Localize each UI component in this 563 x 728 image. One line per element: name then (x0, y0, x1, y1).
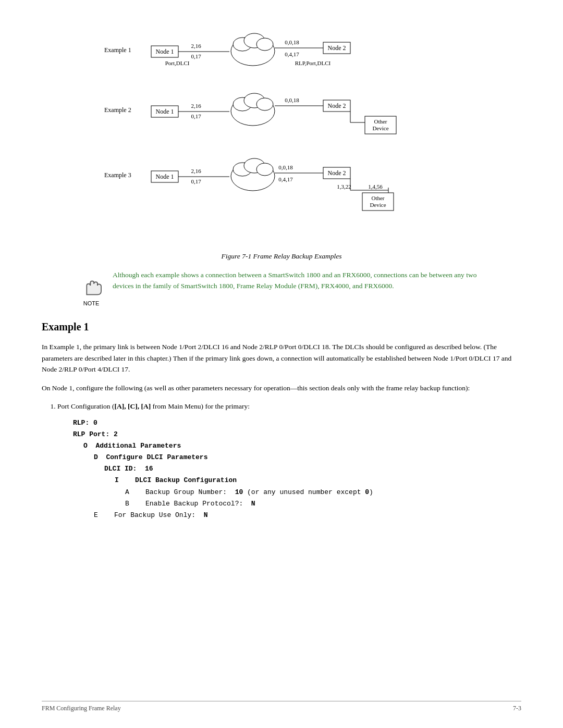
svg-text:Other: Other (374, 118, 387, 125)
diagrams-area: Example 1 Node 1 2,16 0,17 Port,DLCI (42, 21, 521, 247)
example1-list: Port Configuration ([A], [C], [A] from M… (57, 401, 521, 412)
footer-left: FRM Configuring Frame Relay (42, 705, 121, 712)
svg-text:Node 1: Node 1 (156, 173, 174, 180)
svg-text:Node 1: Node 1 (156, 108, 174, 115)
figure-caption: Figure 7-1 Frame Relay Backup Examples (42, 252, 521, 261)
svg-text:2,16: 2,16 (191, 168, 201, 174)
footer-right: 7-3 (513, 705, 521, 712)
svg-text:0,17: 0,17 (191, 113, 201, 119)
svg-point-25 (256, 98, 273, 110)
page: Example 1 Node 1 2,16 0,17 Port,DLCI (0, 0, 563, 728)
code-line-1: RLP: 0 (73, 417, 521, 429)
code-line-3: O Additional Parameters (83, 440, 521, 452)
svg-text:0,4,17: 0,4,17 (285, 51, 299, 57)
note-label-text: NOTE (83, 300, 100, 306)
svg-text:Device: Device (372, 125, 388, 131)
ex1-label: Example 1 (104, 46, 131, 54)
example1-heading: Example 1 (42, 321, 521, 333)
list-item-1: Port Configuration ([A], [C], [A] from M… (57, 401, 521, 412)
note-box: NOTE Although each example shows a conne… (73, 270, 490, 306)
svg-point-9 (256, 38, 273, 51)
svg-text:Node 1: Node 1 (156, 48, 174, 55)
svg-point-44 (256, 163, 273, 176)
svg-text:0,4,17: 0,4,17 (278, 176, 293, 182)
svg-text:RLP,Port,DLCI: RLP,Port,DLCI (295, 60, 331, 66)
svg-text:Other: Other (371, 195, 384, 201)
svg-text:0,17: 0,17 (191, 178, 201, 184)
example1-para1: In Example 1, the primary link is betwee… (42, 341, 521, 375)
note-text: Although each example shows a connection… (109, 270, 490, 292)
svg-text:2,16: 2,16 (191, 43, 201, 49)
code-line-5: DLCI ID: 16 (104, 463, 521, 475)
svg-text:Example 3: Example 3 (104, 171, 131, 179)
diagram-svg-container: Example 1 Node 1 2,16 0,17 Port,DLCI (99, 21, 464, 247)
footer: FRM Configuring Frame Relay 7-3 (42, 701, 521, 712)
svg-text:0,0,18: 0,0,18 (285, 39, 299, 45)
svg-text:0,17: 0,17 (191, 53, 201, 59)
code-line-4: D Configure DLCI Parameters (94, 452, 521, 463)
code-line-6: I DLCI Backup Configuration (115, 475, 521, 486)
code-line-8: B Enable Backup Protocol?: N (125, 498, 521, 510)
note-icon-area: NOTE (73, 270, 109, 306)
svg-text:Port,DLCI: Port,DLCI (165, 60, 190, 66)
code-line-9: E For Backup Use Only: N (94, 510, 521, 521)
code-line-2: RLP Port: 2 (73, 429, 521, 440)
svg-text:Node 2: Node 2 (328, 169, 346, 177)
note-hand-icon (78, 272, 105, 299)
code-block: RLP: 0 RLP Port: 2 O Additional Paramete… (73, 417, 521, 521)
svg-text:Node 2: Node 2 (328, 102, 346, 109)
svg-text:2,16: 2,16 (191, 103, 201, 109)
code-line-7: A Backup Group Number: 10 (or any unused… (125, 487, 521, 498)
svg-text:1,4,56: 1,4,56 (368, 183, 383, 190)
svg-text:Node 2: Node 2 (328, 44, 346, 52)
svg-text:Device: Device (370, 202, 386, 208)
list-item-1-text: Port Configuration ([A], [C], [A] from M… (57, 402, 250, 410)
svg-text:0,0,18: 0,0,18 (278, 164, 293, 170)
svg-text:1,3,22: 1,3,22 (337, 183, 351, 190)
svg-text:Example 2: Example 2 (104, 106, 131, 114)
svg-text:0,0,18: 0,0,18 (285, 97, 299, 103)
example1-para2: On Node 1, configure the following (as w… (42, 382, 521, 394)
figure-caption-text: Figure 7-1 Frame Relay Backup Examples (222, 252, 342, 260)
